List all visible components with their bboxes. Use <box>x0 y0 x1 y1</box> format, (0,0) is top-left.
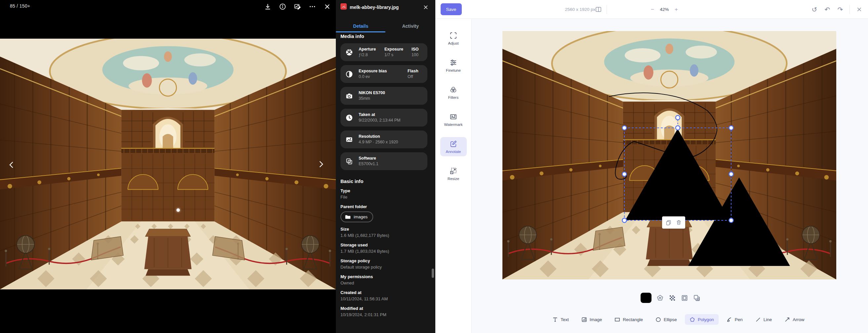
selection-handle[interactable] <box>622 172 627 176</box>
tool-rectangle[interactable]: Rectangle <box>610 314 648 325</box>
viewer-toolbar <box>264 3 331 10</box>
tool-label: Rectangle <box>623 317 643 322</box>
row-value: 10/11/2024, 11:56:31 AM <box>340 296 427 302</box>
contrast-icon <box>346 71 353 78</box>
close-details-icon[interactable] <box>423 4 429 10</box>
zoom-out-button[interactable]: − <box>650 7 655 12</box>
tool-label: Text <box>561 317 569 322</box>
details-scrollbar[interactable] <box>432 269 434 278</box>
image-editor: Save 2560 x 1920 px − 42% + ↺ ↶ ↷ <box>435 0 868 333</box>
transparency-icon[interactable] <box>669 294 676 302</box>
field-value: 100 <box>411 52 424 58</box>
row-value: 10/19/2024, 2:01:31 PM <box>340 312 427 318</box>
sidebar-label: Watermark <box>444 123 463 127</box>
selection-handle[interactable] <box>729 172 734 176</box>
folder-icon <box>345 214 351 220</box>
row-label: Type <box>340 188 427 194</box>
row-label: My permissions <box>340 274 427 279</box>
software-icon <box>346 158 353 165</box>
canvas-image[interactable] <box>502 31 836 279</box>
next-photo-button[interactable] <box>317 159 325 169</box>
field-value: ƒ/2.8 <box>359 52 384 58</box>
more-options-icon[interactable] <box>309 3 316 10</box>
editor-canvas[interactable]: Text Image Rectangle Ellipse Polygon <box>472 19 868 333</box>
zoom-in-button[interactable]: + <box>673 7 679 12</box>
save-button[interactable]: Save <box>441 3 462 15</box>
sidebar-label: Finetune <box>446 68 461 72</box>
info-row-created: Created at 10/11/2024, 11:56:31 AM <box>340 290 427 302</box>
close-editor-icon[interactable] <box>856 6 863 13</box>
tool-ellipse[interactable]: Ellipse <box>651 314 682 325</box>
selection-handle[interactable] <box>729 219 734 223</box>
history-controls: ↺ ↶ ↷ <box>811 0 863 19</box>
tool-arrow[interactable]: Arrow <box>780 314 809 325</box>
reset-icon[interactable]: ↺ <box>811 6 818 13</box>
tab-details[interactable]: Details <box>336 20 386 32</box>
annotation-polygon-large[interactable] <box>625 129 730 220</box>
tool-pen[interactable]: Pen <box>722 314 747 325</box>
stroke-option-icon[interactable] <box>681 294 688 302</box>
field-label: Exposure bias <box>359 68 408 74</box>
filters-icon <box>450 86 457 94</box>
field-value: 0.0 ev <box>359 74 408 79</box>
delete-icon[interactable] <box>676 220 682 225</box>
annotation-style-bar <box>641 293 701 303</box>
shadow-option-icon[interactable] <box>693 294 701 302</box>
tool-polygon[interactable]: Polygon <box>685 314 719 325</box>
image-icon <box>346 136 353 143</box>
tool-label: Image <box>590 317 602 322</box>
info-row-permissions: My permissions Owned <box>340 274 427 286</box>
parent-folder-chip[interactable]: images <box>340 211 373 222</box>
sidebar-item-filters[interactable]: Filters <box>440 83 467 102</box>
redo-icon[interactable]: ↷ <box>837 6 844 13</box>
selection-handle[interactable] <box>676 126 680 130</box>
row-value: Default storage policy <box>340 265 427 270</box>
row-label: Parent folder <box>340 204 427 209</box>
field-label: Resolution <box>359 134 424 139</box>
zoom-level: 42% <box>659 7 670 12</box>
download-icon[interactable] <box>264 3 271 10</box>
pen-icon <box>726 317 732 323</box>
image-tool-icon <box>582 317 587 323</box>
tab-activity[interactable]: Activity <box>386 20 436 32</box>
clock-icon <box>346 114 353 121</box>
selection-handle[interactable] <box>729 126 734 130</box>
sidebar-item-resize[interactable]: Resize <box>440 164 467 184</box>
selection-handle[interactable] <box>622 126 627 130</box>
close-viewer-icon[interactable] <box>323 3 331 10</box>
sidebar-item-annotate[interactable]: Annotate <box>440 137 467 156</box>
details-content: Media info Apertureƒ/2.8 Exposure1/7 s I… <box>340 32 427 322</box>
tool-text[interactable]: Text <box>548 314 574 325</box>
info-row-type: Type File <box>340 188 427 200</box>
duplicate-icon[interactable] <box>666 220 671 225</box>
photo-counter: 85 / 150+ <box>10 3 30 9</box>
tool-label: Pen <box>735 317 743 322</box>
row-label: Created at <box>340 290 427 295</box>
hex-color-icon[interactable] <box>656 294 664 302</box>
tool-line[interactable]: Line <box>751 314 777 325</box>
previous-photo-button[interactable] <box>7 160 16 170</box>
basic-info-heading: Basic info <box>340 179 427 184</box>
row-label: Storage policy <box>340 258 427 264</box>
compare-icon[interactable] <box>595 6 601 12</box>
field-label: NIKON E5700 <box>359 90 424 96</box>
line-icon <box>755 317 761 323</box>
undo-icon[interactable]: ↶ <box>824 6 831 13</box>
fill-color-swatch[interactable] <box>641 293 651 303</box>
sidebar-item-finetune[interactable]: Finetune <box>440 56 467 75</box>
rectangle-icon <box>615 317 620 323</box>
tool-image[interactable]: Image <box>577 314 607 325</box>
sidebar-item-watermark[interactable]: Watermark <box>440 110 467 129</box>
annotation-tools: Text Image Rectangle Ellipse Polygon <box>548 314 809 325</box>
zoom-controls: − 42% + <box>650 0 679 19</box>
selection-handle[interactable] <box>622 219 627 223</box>
rotate-handle[interactable] <box>676 115 680 120</box>
info-icon[interactable] <box>279 3 286 10</box>
app-window: 85 / 150+ <box>0 0 868 333</box>
info-row-storage-used: Storage used 1.7 MB (1,803,024 Bytes) <box>340 242 427 254</box>
edit-image-icon[interactable] <box>294 3 301 10</box>
sidebar-item-adjust[interactable]: Adjust <box>440 29 467 48</box>
field-value: 4.9 MP · 2560 x 1920 <box>359 139 424 145</box>
row-label: Size <box>340 227 427 232</box>
media-card-exposure: Apertureƒ/2.8 Exposure1/7 s ISO100 <box>340 43 427 61</box>
